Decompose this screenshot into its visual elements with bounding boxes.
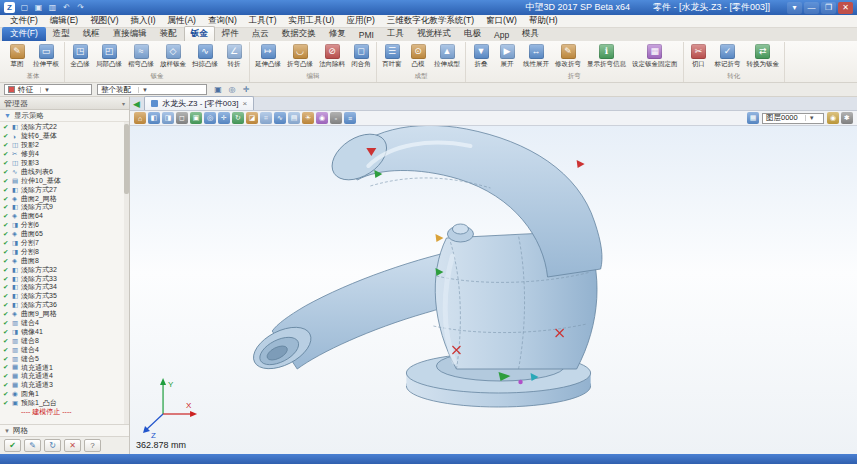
tree-row[interactable]: ✔ ▤ 拉伸10_基体: [3, 176, 123, 185]
quickbar-tool-button[interactable]: ◎: [226, 84, 238, 95]
tree-row[interactable]: ✔ ▥ 缝合8: [3, 336, 123, 345]
close-button[interactable]: ✕: [838, 2, 853, 14]
tree-row[interactable]: ✔ ◈ 曲面2_网格: [3, 194, 123, 203]
checkbox-icon[interactable]: ✔: [3, 230, 10, 238]
checkbox-icon[interactable]: ✔: [3, 221, 10, 229]
manager-panel-header[interactable]: 管理器 ▾: [0, 97, 129, 110]
ribbon-tab[interactable]: 视觉样式: [411, 27, 457, 41]
ribbon-tab[interactable]: 线框: [77, 27, 106, 41]
ribbon-button[interactable]: ℹ 显示折弯信息: [585, 43, 628, 70]
checkbox-icon[interactable]: ✔: [3, 168, 10, 176]
menu-item[interactable]: 文件(F): [4, 15, 44, 27]
quickbar-tool-button[interactable]: ▣: [212, 84, 224, 95]
checkbox-icon[interactable]: ✔: [3, 363, 10, 371]
ribbon-button[interactable]: ◡ 折弯凸缘: [285, 43, 315, 70]
ribbon-tab[interactable]: App: [488, 29, 515, 41]
view-tool-button[interactable]: ◨: [162, 112, 174, 124]
quick-access-button[interactable]: ▥: [46, 2, 59, 14]
ribbon-button[interactable]: ∠ 转折: [222, 43, 246, 70]
entity-filter-combo[interactable]: 特征 ▼: [4, 84, 92, 95]
tree-row[interactable]: ✔ ▦ 填充通道3: [3, 381, 123, 390]
ribbon-button[interactable]: ▲ 拉伸成型: [432, 43, 462, 70]
ribbon-button[interactable]: ▭ 拉伸平板: [31, 43, 61, 70]
ribbon-tab[interactable]: 直接编辑: [107, 27, 153, 41]
checkbox-icon[interactable]: ✔: [3, 355, 10, 363]
ribbon-tab[interactable]: 模具: [516, 27, 545, 41]
panel-button[interactable]: ✕: [64, 439, 81, 452]
tree-row[interactable]: ✔ ◧ 淡除方式36: [3, 301, 123, 310]
view-tool-button[interactable]: ◉: [316, 112, 328, 124]
checkbox-icon[interactable]: ✔: [3, 328, 10, 336]
checkbox-icon[interactable]: ✔: [3, 150, 10, 158]
ribbon-button[interactable]: ☰ 百叶窗: [380, 43, 404, 70]
tab-close-icon[interactable]: ×: [242, 99, 247, 108]
checkbox-icon[interactable]: ✔: [3, 141, 10, 149]
tree-row[interactable]: ✔ ◧ 淡除方式33: [3, 274, 123, 283]
quick-access-button[interactable]: ↶: [60, 2, 73, 14]
back-arrow-icon[interactable]: ◀: [133, 99, 140, 109]
checkbox-icon[interactable]: ✔: [3, 159, 10, 167]
panel-button[interactable]: ✎: [24, 439, 41, 452]
tree-row[interactable]: ✔ ◈ 曲面9_网格: [3, 310, 123, 319]
view-tool-button[interactable]: ◧: [148, 112, 160, 124]
view-tool-button[interactable]: ▤: [288, 112, 300, 124]
ribbon-tab[interactable]: PMI: [353, 29, 380, 41]
checkbox-icon[interactable]: ✔: [3, 212, 10, 220]
checkbox-icon[interactable]: ✔: [3, 390, 10, 398]
quick-access-button[interactable]: ▣: [32, 2, 45, 14]
tree-row[interactable]: ✔ ◈ 曲面64: [3, 212, 123, 221]
display-strategy-row[interactable]: ▼ 显示策略: [0, 110, 129, 122]
view-tool-button[interactable]: ◎: [204, 112, 216, 124]
checkbox-icon[interactable]: ✔: [3, 381, 10, 389]
tree-row[interactable]: ✔ ▥ 缝合5: [3, 354, 123, 363]
tree-scrollbar[interactable]: [124, 122, 129, 424]
ribbon-tab[interactable]: 数据交换: [276, 27, 322, 41]
tree-row[interactable]: ✔ ◧ 淡除方式22: [3, 123, 123, 132]
checkbox-icon[interactable]: ✔: [3, 301, 10, 309]
faucet-model[interactable]: [247, 126, 602, 407]
tree-row[interactable]: ✔ ✂ 修剪4: [3, 150, 123, 159]
tree-row[interactable]: ✔ ◨ 分割8: [3, 247, 123, 256]
tree-row[interactable]: ✔ ▣ 预除1_凸台: [3, 399, 123, 408]
ribbon-button[interactable]: ◰ 局部凸缘: [94, 43, 124, 70]
tree-row[interactable]: ✔ ◑ 旋转6_基体: [3, 132, 123, 141]
tree-row[interactable]: ✔ ◧ 淡除方式34: [3, 283, 123, 292]
view-tool-button[interactable]: ◻: [176, 112, 188, 124]
ribbon-tab[interactable]: 焊件: [216, 27, 245, 41]
checkbox-icon[interactable]: ✔: [3, 399, 10, 407]
ribbon-tab[interactable]: 工具: [381, 27, 410, 41]
ribbon-button[interactable]: ⊙ 凸模: [406, 43, 430, 70]
view-tool-button[interactable]: ✱: [841, 112, 853, 124]
view-tool-button[interactable]: ▣: [190, 112, 202, 124]
view-tool-button[interactable]: ↻: [232, 112, 244, 124]
ribbon-button[interactable]: ◻ 闭合角: [349, 43, 373, 70]
tree-row[interactable]: ✔ ◉ 圆角1: [3, 390, 123, 399]
tree-row[interactable]: ✔ ▦ 填充通道4: [3, 372, 123, 381]
ribbon-button[interactable]: ≈ 褶弯凸缘: [126, 43, 156, 70]
maximize-button[interactable]: ❐: [821, 2, 836, 14]
ribbon-tab[interactable]: 钣金: [184, 26, 215, 41]
checkbox-icon[interactable]: ✔: [3, 319, 10, 327]
tree-row[interactable]: ✔ ◈ 曲面65: [3, 230, 123, 239]
tree-row[interactable]: ---- 建模停止 ----: [3, 408, 123, 417]
ribbon-tab[interactable]: 造型: [47, 27, 76, 41]
layer-combo[interactable]: 图层0000 ▼: [762, 113, 824, 124]
quick-access-button[interactable]: ↷: [74, 2, 87, 14]
ribbon-tab[interactable]: 修复: [323, 27, 352, 41]
tree-row[interactable]: ✔ ◧ 淡除方式9: [3, 203, 123, 212]
tree-scrollbar-thumb[interactable]: [124, 124, 129, 194]
tree-row[interactable]: ✔ ▥ 缝合4: [3, 319, 123, 328]
ribbon-button[interactable]: ◇ 放样钣金: [158, 43, 188, 70]
checkbox-icon[interactable]: ✔: [3, 186, 10, 194]
scope-combo[interactable]: 整个装配 ▼: [97, 84, 207, 95]
tree-row[interactable]: ✔ ◨ 镜像41: [3, 327, 123, 336]
ribbon-button[interactable]: ↦ 延伸凸缘: [253, 43, 283, 70]
chevron-down-icon[interactable]: ▾: [122, 100, 125, 107]
ribbon-tab[interactable]: 装配: [154, 27, 183, 41]
view-tool-button[interactable]: ▫: [330, 112, 342, 124]
view-tool-button[interactable]: ◪: [246, 112, 258, 124]
ribbon-button[interactable]: ✂ 切口: [687, 43, 711, 70]
tree-row[interactable]: ✔ ◫ 投影3: [3, 159, 123, 168]
ribbon-button[interactable]: ✎ 修改折弯: [553, 43, 583, 70]
view-tool-button[interactable]: ◉: [827, 112, 839, 124]
